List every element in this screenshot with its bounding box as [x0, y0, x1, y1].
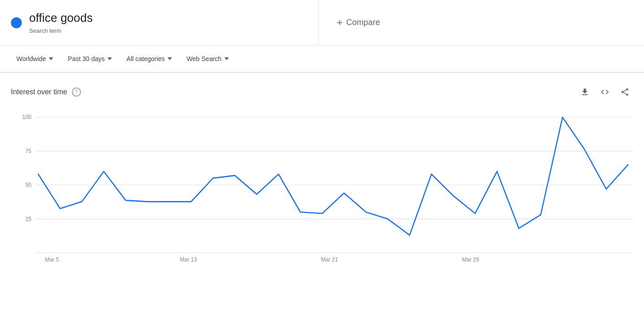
time-range-label: Past 30 days [68, 55, 105, 62]
action-icons [577, 84, 633, 100]
search-term-title: office goods [29, 11, 93, 25]
region-label: Worldwide [16, 55, 46, 62]
embed-button[interactable] [597, 84, 613, 100]
filters-bar: Worldwide Past 30 days All categories We… [0, 46, 644, 73]
share-button[interactable] [617, 84, 633, 100]
search-type-filter[interactable]: Web Search [181, 51, 234, 66]
section-header: Interest over time ? [11, 84, 633, 100]
svg-text:50: 50 [25, 182, 31, 188]
search-term-text: office goods Search term [29, 11, 93, 34]
download-icon [580, 87, 589, 97]
section-title-group: Interest over time ? [11, 87, 81, 97]
svg-text:Mar 29: Mar 29 [462, 257, 479, 262]
svg-text:100: 100 [22, 114, 31, 120]
region-chevron-icon [49, 57, 53, 60]
svg-text:Mar 13: Mar 13 [180, 257, 197, 262]
compare-section[interactable]: + Compare [319, 8, 398, 38]
search-type-label: Web Search [187, 55, 222, 62]
embed-icon [600, 87, 609, 97]
category-label: All categories [127, 55, 165, 62]
svg-text:25: 25 [25, 216, 31, 222]
section-title: Interest over time [11, 88, 67, 96]
interest-over-time-chart: 100 75 50 25 Mar 5 Mar 13 Mar 21 Mar 29 [11, 108, 633, 262]
search-term-dot [11, 17, 22, 28]
category-chevron-icon [167, 57, 172, 60]
search-term-section: office goods Search term [0, 0, 319, 45]
chart-container: 100 75 50 25 Mar 5 Mar 13 Mar 21 Mar 29 [11, 108, 633, 262]
search-type-chevron-icon [224, 57, 229, 60]
header: office goods Search term + Compare [0, 0, 644, 46]
svg-text:Mar 21: Mar 21 [321, 257, 338, 262]
time-range-filter[interactable]: Past 30 days [62, 51, 117, 66]
search-term-subtitle: Search term [29, 27, 93, 34]
svg-text:Mar 5: Mar 5 [45, 257, 59, 262]
svg-text:75: 75 [25, 148, 31, 154]
time-range-chevron-icon [107, 57, 112, 60]
compare-label: Compare [346, 18, 380, 27]
share-icon [620, 87, 629, 97]
region-filter[interactable]: Worldwide [11, 51, 59, 66]
category-filter[interactable]: All categories [121, 51, 177, 66]
compare-plus-icon: + [337, 17, 343, 29]
help-icon[interactable]: ? [72, 87, 81, 97]
content-area: Interest over time ? [0, 73, 644, 262]
download-button[interactable] [577, 84, 593, 100]
